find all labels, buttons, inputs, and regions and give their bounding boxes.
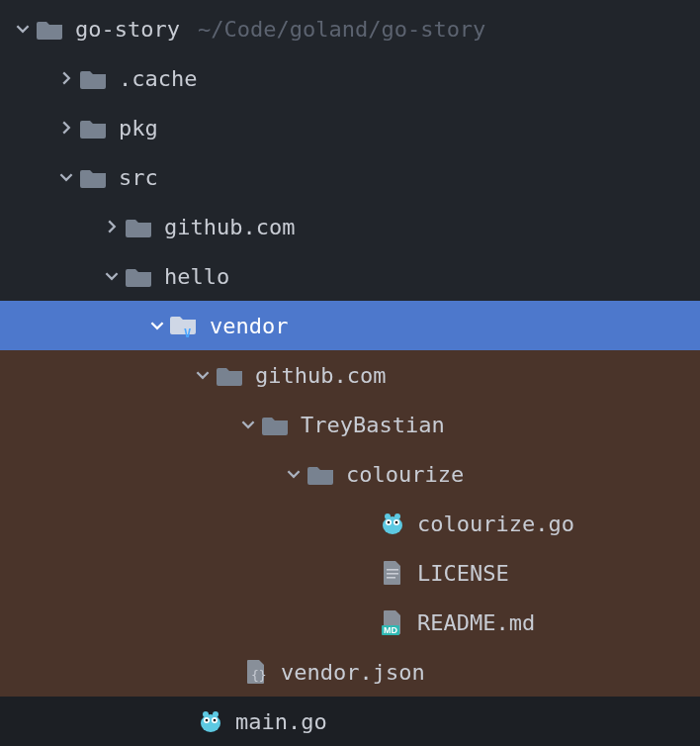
tree-label: go-story — [75, 17, 180, 42]
folder-icon — [79, 63, 109, 93]
json-file-icon: {} — [241, 657, 271, 687]
folder-icon — [36, 14, 65, 44]
tree-label: colourize.go — [417, 512, 574, 536]
text-file-icon — [378, 558, 407, 588]
tree-label: TreyBastian — [301, 413, 445, 437]
path-hint: ~/Code/goland/go-story — [198, 17, 485, 42]
folder-icon — [216, 360, 245, 390]
svg-point-1 — [383, 516, 402, 534]
tree-label: LICENSE — [417, 561, 509, 586]
svg-point-3 — [394, 513, 400, 519]
svg-point-6 — [388, 521, 391, 524]
svg-rect-10 — [387, 577, 395, 579]
vendor-folder-icon: V — [170, 311, 200, 340]
chevron-right-icon — [53, 71, 79, 85]
tree-label: github.com — [164, 215, 295, 239]
folder-icon — [306, 459, 336, 489]
tree-row-root[interactable]: go-story ~/Code/goland/go-story — [0, 4, 700, 53]
svg-rect-8 — [387, 569, 398, 571]
chevron-right-icon — [53, 121, 79, 135]
folder-icon — [125, 261, 154, 291]
tree-label: src — [119, 165, 158, 190]
svg-point-20 — [214, 719, 217, 722]
tree-label: main.go — [235, 709, 327, 734]
chevron-down-icon — [190, 368, 216, 382]
svg-point-19 — [206, 719, 209, 722]
tree-row-readme[interactable]: MD README.md — [0, 598, 700, 647]
folder-icon — [125, 212, 154, 241]
folder-icon — [79, 113, 109, 142]
folder-icon — [261, 410, 291, 439]
tree-label: .cache — [119, 66, 197, 91]
tree-row-github-vendor[interactable]: github.com — [0, 350, 700, 400]
tree-label: README.md — [417, 610, 535, 635]
tree-row-vendor[interactable]: V vendor — [0, 301, 700, 350]
chevron-right-icon — [99, 220, 125, 233]
svg-point-15 — [203, 711, 209, 717]
tree-row-vendor-json[interactable]: {} vendor.json — [0, 647, 700, 697]
tree-row-treybastian[interactable]: TreyBastian — [0, 400, 700, 449]
tree-label: github.com — [255, 363, 386, 388]
markdown-file-icon: MD — [378, 607, 407, 637]
svg-point-7 — [395, 521, 398, 524]
tree-row-src[interactable]: src — [0, 152, 700, 202]
chevron-down-icon — [235, 418, 261, 431]
tree-row-colourize-go[interactable]: colourize.go — [0, 499, 700, 548]
tree-label: vendor.json — [281, 660, 425, 685]
svg-text:MD: MD — [384, 625, 397, 635]
tree-row-main-go[interactable]: main.go — [0, 697, 700, 746]
tree-row-colourize[interactable]: colourize — [0, 449, 700, 499]
folder-icon — [79, 162, 109, 192]
chevron-down-icon — [53, 170, 79, 184]
tree-row-pkg[interactable]: pkg — [0, 103, 700, 152]
go-file-icon — [378, 509, 407, 538]
svg-point-2 — [385, 513, 391, 519]
tree-row-hello[interactable]: hello — [0, 251, 700, 301]
tree-label: vendor — [210, 314, 288, 338]
tree-label: hello — [164, 264, 229, 289]
chevron-down-icon — [144, 319, 170, 332]
chevron-down-icon — [10, 22, 36, 36]
svg-rect-9 — [387, 573, 398, 575]
tree-row-license[interactable]: LICENSE — [0, 548, 700, 598]
chevron-down-icon — [281, 467, 306, 481]
tree-label: colourize — [346, 462, 464, 487]
svg-point-14 — [201, 714, 220, 732]
tree-row-github[interactable]: github.com — [0, 202, 700, 251]
svg-text:{}: {} — [251, 668, 267, 683]
tree-label: pkg — [119, 116, 158, 140]
svg-point-16 — [213, 711, 219, 717]
tree-row-cache[interactable]: .cache — [0, 53, 700, 103]
svg-text:V: V — [184, 326, 191, 338]
project-tree: go-story ~/Code/goland/go-story .cache p… — [0, 0, 700, 746]
chevron-down-icon — [99, 269, 125, 283]
go-file-icon — [196, 706, 225, 736]
